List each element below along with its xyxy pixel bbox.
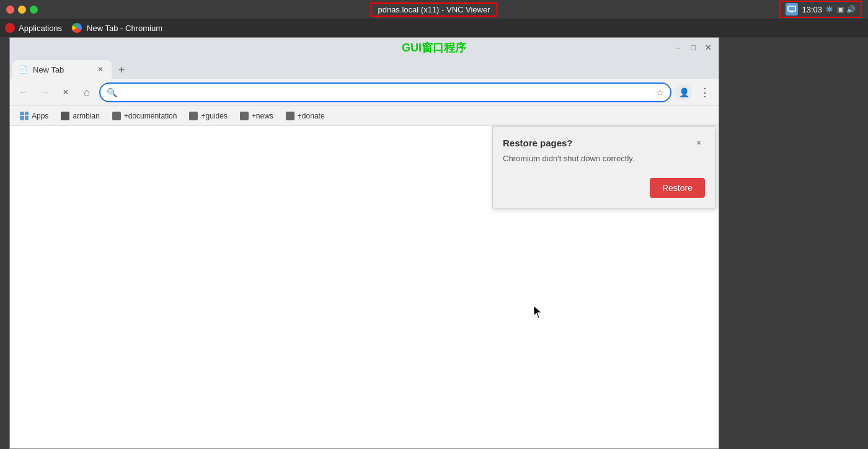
bookmarks-bar: Apps armbian +documentation +guides +new…	[10, 106, 719, 126]
new-tab-button[interactable]: +	[113, 61, 130, 79]
svg-rect-1	[790, 11, 793, 12]
mac-window-controls[interactable]	[6, 6, 38, 14]
apps-grid-icon	[20, 112, 29, 120]
browser-content: Restore pages? × Chromium didn't shut do…	[10, 126, 719, 448]
guides-favicon	[189, 112, 198, 120]
browser-window: – □ ✕ 📄 New Tab ✕ + ← → × ⌂ 🔍 ☆ 👤 ⋮	[9, 37, 719, 449]
armbian-favicon	[61, 112, 69, 120]
bookmark-armbian-label: armbian	[73, 112, 99, 120]
address-bar[interactable]: 🔍 ☆	[99, 82, 671, 102]
browser-window-controls[interactable]: – □ ✕	[673, 42, 714, 53]
bookmark-apps-label: Apps	[32, 112, 48, 120]
bookmark-icon[interactable]: ☆	[656, 87, 664, 97]
apps-icon	[5, 23, 15, 33]
browser-titlebar: – □ ✕	[10, 38, 719, 56]
vnc-title-center: pdnas.local (x11) - VNC Viewer	[370, 2, 497, 17]
bookmark-armbian[interactable]: armbian	[56, 110, 104, 122]
browser-minimize-button[interactable]: –	[673, 42, 684, 53]
vnc-title: pdnas.local (x11) - VNC Viewer	[370, 2, 497, 17]
tray-extra-icons: ▣ 🔊	[837, 5, 856, 14]
tray-screen-icon: ▣	[837, 5, 844, 14]
system-tray: 13:03 ✱ ▣ 🔊	[779, 1, 862, 18]
stop-reload-button[interactable]: ×	[57, 84, 74, 101]
applications-menu-button[interactable]: Applications	[5, 23, 62, 33]
bluetooth-icon: ✱	[826, 4, 833, 14]
tab-title: New Tab	[33, 65, 91, 74]
tray-volume-icon: 🔊	[846, 5, 856, 14]
documentation-favicon	[112, 112, 121, 120]
mac-minimize-button[interactable]	[18, 6, 26, 14]
bookmark-documentation[interactable]: +documentation	[107, 110, 182, 122]
applications-label: Applications	[19, 24, 62, 33]
restore-pages-popup: Restore pages? × Chromium didn't shut do…	[492, 126, 715, 208]
active-tab[interactable]: 📄 New Tab ✕	[12, 60, 112, 79]
browser-menu-button[interactable]: ⋮	[696, 84, 714, 101]
bookmark-news[interactable]: +news	[235, 110, 278, 122]
restore-popup-message: Chromium didn't shut down correctly.	[493, 151, 715, 173]
svg-marker-2	[534, 306, 541, 318]
tab-favicon: 📄	[19, 65, 28, 74]
bookmark-donate[interactable]: +donate	[281, 110, 330, 122]
home-button[interactable]: ⌂	[78, 84, 95, 101]
browser-close-button[interactable]: ✕	[702, 42, 714, 53]
bookmark-documentation-label: +documentation	[124, 112, 177, 120]
address-input[interactable]	[121, 87, 652, 97]
vnc-titlebar: pdnas.local (x11) - VNC Viewer 13:03 ✱ ▣…	[0, 0, 868, 19]
profile-button[interactable]: 👤	[675, 84, 693, 101]
chromium-tab-label: New Tab - Chromium	[87, 24, 162, 33]
restore-popup-close-button[interactable]: ×	[693, 136, 705, 149]
restore-button[interactable]: Restore	[650, 178, 705, 198]
bookmark-news-label: +news	[252, 112, 273, 120]
navigation-bar: ← → × ⌂ 🔍 ☆ 👤 ⋮	[10, 79, 719, 106]
restore-popup-title: Restore pages?	[503, 138, 573, 148]
bookmark-guides[interactable]: +guides	[184, 110, 232, 122]
system-clock: 13:03	[802, 5, 822, 14]
chromium-icon	[72, 23, 82, 33]
mouse-cursor	[534, 306, 541, 318]
svg-rect-0	[788, 6, 795, 11]
browser-maximize-button[interactable]: □	[688, 42, 699, 53]
back-button[interactable]: ←	[15, 84, 32, 101]
chromium-taskbar-item[interactable]: New Tab - Chromium	[72, 23, 162, 33]
tab-bar: 📄 New Tab ✕ +	[10, 56, 719, 79]
tray-display-icon	[786, 3, 798, 16]
donate-favicon	[286, 112, 294, 120]
search-icon: 🔍	[107, 87, 117, 97]
bookmark-apps[interactable]: Apps	[15, 110, 53, 122]
mac-close-button[interactable]	[6, 6, 14, 14]
restore-popup-header: Restore pages? ×	[493, 127, 715, 151]
bookmark-guides-label: +guides	[201, 112, 227, 120]
forward-button[interactable]: →	[36, 84, 53, 101]
mac-maximize-button[interactable]	[30, 6, 38, 14]
restore-popup-actions: Restore	[493, 173, 715, 208]
tab-close-button[interactable]: ✕	[95, 64, 105, 74]
linux-taskbar: Applications New Tab - Chromium	[0, 19, 868, 37]
bookmark-donate-label: +donate	[298, 112, 325, 120]
news-favicon	[240, 112, 249, 120]
